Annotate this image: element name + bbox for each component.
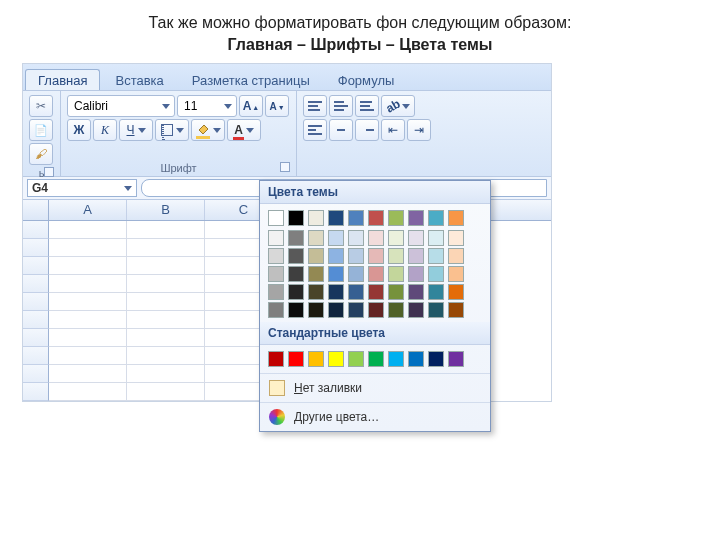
- tab-page-layout[interactable]: Разметка страницы: [179, 69, 323, 90]
- row-header[interactable]: [23, 383, 49, 401]
- color-swatch[interactable]: [288, 248, 304, 264]
- align-left-button[interactable]: [303, 119, 327, 141]
- color-swatch[interactable]: [268, 266, 284, 282]
- column-header[interactable]: A: [49, 200, 127, 220]
- row-header[interactable]: [23, 257, 49, 275]
- color-swatch[interactable]: [428, 230, 444, 246]
- color-swatch[interactable]: [348, 351, 364, 367]
- cell[interactable]: [49, 347, 127, 365]
- color-swatch[interactable]: [408, 266, 424, 282]
- color-swatch[interactable]: [388, 302, 404, 318]
- cell[interactable]: [127, 365, 205, 383]
- more-colors-item[interactable]: Другие цвета…: [260, 402, 490, 431]
- font-name-input[interactable]: [72, 98, 156, 114]
- color-swatch[interactable]: [368, 210, 384, 226]
- cell[interactable]: [49, 311, 127, 329]
- color-swatch[interactable]: [308, 266, 324, 282]
- select-all-corner[interactable]: [23, 200, 49, 220]
- cell[interactable]: [49, 221, 127, 239]
- cell[interactable]: [49, 293, 127, 311]
- cell[interactable]: [127, 257, 205, 275]
- color-swatch[interactable]: [388, 248, 404, 264]
- color-swatch[interactable]: [308, 351, 324, 367]
- cell[interactable]: [127, 311, 205, 329]
- tab-formulas[interactable]: Формулы: [325, 69, 408, 90]
- cell[interactable]: [127, 275, 205, 293]
- color-swatch[interactable]: [428, 248, 444, 264]
- color-swatch[interactable]: [408, 248, 424, 264]
- cell[interactable]: [49, 257, 127, 275]
- color-swatch[interactable]: [308, 248, 324, 264]
- color-swatch[interactable]: [328, 248, 344, 264]
- color-swatch[interactable]: [348, 210, 364, 226]
- color-swatch[interactable]: [388, 266, 404, 282]
- font-dialog-launcher[interactable]: [280, 162, 290, 172]
- clipboard-dialog-launcher[interactable]: [44, 167, 54, 177]
- align-top-button[interactable]: [303, 95, 327, 117]
- color-swatch[interactable]: [268, 351, 284, 367]
- color-swatch[interactable]: [408, 284, 424, 300]
- color-swatch[interactable]: [368, 302, 384, 318]
- color-swatch[interactable]: [368, 284, 384, 300]
- color-swatch[interactable]: [448, 351, 464, 367]
- cell[interactable]: [49, 239, 127, 257]
- color-swatch[interactable]: [448, 302, 464, 318]
- tab-home[interactable]: Главная: [25, 69, 100, 90]
- no-fill-item[interactable]: Нет заливки: [260, 373, 490, 402]
- font-name-combo[interactable]: [67, 95, 175, 117]
- font-color-button[interactable]: A: [227, 119, 261, 141]
- align-middle-button[interactable]: [329, 95, 353, 117]
- color-swatch[interactable]: [328, 230, 344, 246]
- color-swatch[interactable]: [368, 351, 384, 367]
- color-swatch[interactable]: [348, 248, 364, 264]
- color-swatch[interactable]: [448, 266, 464, 282]
- color-swatch[interactable]: [448, 284, 464, 300]
- color-swatch[interactable]: [368, 230, 384, 246]
- font-size-combo[interactable]: [177, 95, 237, 117]
- color-swatch[interactable]: [448, 248, 464, 264]
- align-right-button[interactable]: [355, 119, 379, 141]
- cell[interactable]: [49, 275, 127, 293]
- cell[interactable]: [127, 293, 205, 311]
- name-box[interactable]: G4: [27, 179, 137, 197]
- color-swatch[interactable]: [328, 351, 344, 367]
- color-swatch[interactable]: [448, 230, 464, 246]
- color-swatch[interactable]: [428, 302, 444, 318]
- cell[interactable]: [127, 221, 205, 239]
- fill-color-button[interactable]: [191, 119, 225, 141]
- cell[interactable]: [49, 329, 127, 347]
- decrease-indent-button[interactable]: ⇤: [381, 119, 405, 141]
- column-header[interactable]: B: [127, 200, 205, 220]
- color-swatch[interactable]: [428, 284, 444, 300]
- row-header[interactable]: [23, 311, 49, 329]
- row-header[interactable]: [23, 365, 49, 383]
- color-swatch[interactable]: [408, 351, 424, 367]
- color-swatch[interactable]: [268, 248, 284, 264]
- color-swatch[interactable]: [388, 230, 404, 246]
- color-swatch[interactable]: [268, 302, 284, 318]
- color-swatch[interactable]: [268, 284, 284, 300]
- cell[interactable]: [49, 383, 127, 401]
- underline-button[interactable]: Ч: [119, 119, 153, 141]
- color-swatch[interactable]: [408, 302, 424, 318]
- bold-button[interactable]: Ж: [67, 119, 91, 141]
- row-header[interactable]: [23, 293, 49, 311]
- color-swatch[interactable]: [368, 248, 384, 264]
- cell[interactable]: [127, 347, 205, 365]
- cell[interactable]: [127, 239, 205, 257]
- color-swatch[interactable]: [348, 266, 364, 282]
- copy-button[interactable]: [29, 119, 53, 141]
- font-size-input[interactable]: [182, 98, 218, 114]
- cut-button[interactable]: [29, 95, 53, 117]
- color-swatch[interactable]: [408, 210, 424, 226]
- align-bottom-button[interactable]: [355, 95, 379, 117]
- color-swatch[interactable]: [388, 351, 404, 367]
- color-swatch[interactable]: [408, 230, 424, 246]
- color-swatch[interactable]: [428, 210, 444, 226]
- color-swatch[interactable]: [288, 351, 304, 367]
- color-swatch[interactable]: [288, 302, 304, 318]
- color-swatch[interactable]: [448, 210, 464, 226]
- cell[interactable]: [127, 383, 205, 401]
- color-swatch[interactable]: [328, 284, 344, 300]
- italic-button[interactable]: К: [93, 119, 117, 141]
